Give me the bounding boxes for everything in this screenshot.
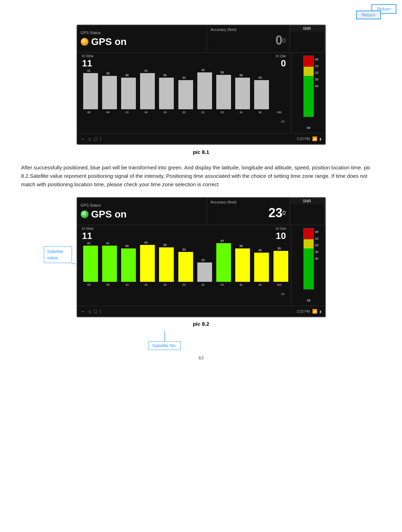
bar-id-label: 19 [163, 283, 166, 286]
bar-value-label: 38 [239, 244, 243, 248]
satellite-globe-pic2 [325, 198, 326, 225]
bar-value-label: 33 [258, 76, 262, 79]
bar-rect [121, 78, 136, 109]
status-time-2: 3:33 PM [297, 310, 310, 313]
snr-label-2: SNR [290, 198, 324, 204]
bar-value-label: 33 [258, 248, 262, 252]
bar-item: 3831 [232, 244, 250, 286]
home-icon-2: ⌂ [88, 309, 91, 314]
gps-status-section: GPS Status GPS on [77, 25, 207, 52]
bar-item: 3919 [156, 243, 174, 286]
bar-rect [197, 72, 212, 109]
status-bar-pic2: ← ⌂ □ ⁝ 3:33 PM 📶 ▮ [77, 306, 325, 317]
bar-rect [216, 75, 231, 109]
snr-column-header: SNR [290, 25, 325, 52]
bar-rect [159, 247, 174, 282]
accuracy-label-2: Accuracy (feet) [211, 200, 286, 204]
in-view-label: In View [82, 54, 94, 58]
menu-icon-2: ⁝ [100, 309, 101, 314]
gps-status-section-2: GPS Status GPS on [77, 198, 207, 225]
bar-id-label: 16 [144, 283, 147, 286]
bar-section-pic2: In View 11 In Use 10 4103410638134216391… [77, 225, 291, 306]
bar-id-label: 32 [258, 111, 262, 114]
accuracy-sub: 0 [283, 38, 286, 44]
snr-bar [303, 56, 314, 117]
pic2-caption-area: pic 8.2 Satellite No. [21, 321, 381, 327]
bar-id-label: 03 [87, 111, 91, 114]
bar-value-label: 41 [106, 241, 110, 245]
bar-id-label: 16 [144, 111, 147, 114]
bar-id-label: 06 [106, 111, 110, 114]
status-icons-left: ← ⌂ □ ⁝ [81, 136, 101, 142]
gps-on-text: GPS on [91, 36, 127, 47]
bar-item: 35193 [270, 247, 288, 286]
status-bar-pic1: ← ⌂ □ ⁝ 3:33 PM 📶 ▮ [77, 134, 325, 144]
satellite-value-annotation: Satellitevalue [44, 246, 72, 265]
snr-99-2: 99 [307, 299, 310, 302]
bar-rect [178, 80, 193, 109]
status-icons-right: 3:33 PM 📶 ▮ [297, 136, 321, 141]
bar-rect [235, 78, 250, 109]
bar-id-label: 21 [202, 111, 205, 114]
bar-value-label: 33 [182, 76, 186, 79]
bars-pic1: 4103380636134116361933204221392336313332… [77, 72, 291, 114]
bar-rect [159, 78, 174, 109]
bar-id-label: 13 [125, 111, 128, 114]
bar-item: 3613 [118, 73, 136, 114]
satellite-no-annotation: Satellite No. [149, 331, 181, 350]
bar-id-label: 31 [239, 111, 243, 114]
bar-value-label: 41 [144, 69, 148, 72]
bar-id-label: 21 [202, 283, 205, 286]
bar-rect [121, 248, 136, 282]
bar-id-label: 13 [125, 283, 128, 286]
accuracy-value: 0 [276, 33, 283, 47]
gps-on-text-2: GPS on [91, 209, 127, 220]
gps-dot-orange [81, 38, 88, 46]
back-icon-2: ← [81, 309, 86, 314]
accuracy-label: Accuracy (feet) [211, 27, 286, 32]
bar-id-label: 31 [239, 283, 243, 286]
bar-item: 2221 [194, 258, 212, 286]
bar-value-label: 41 [87, 69, 91, 72]
bar-value-label: 38 [125, 244, 128, 248]
pic1-caption: pic 8.1 [21, 149, 381, 155]
accuracy-section: Accuracy (feet) 00 [207, 25, 290, 52]
bar-id-label: 20 [183, 111, 186, 114]
bar-item: 4116 [137, 69, 155, 114]
snr-numbers: 0010203040 [315, 56, 318, 89]
bar-rect [140, 245, 155, 282]
bar-rect [254, 80, 269, 109]
bar-rect [83, 73, 98, 109]
bar-item: 3332 [251, 76, 269, 114]
description-text: After successfully positioned, blue part… [21, 163, 381, 189]
status-icons-left-2: ← ⌂ □ ⁝ [81, 309, 101, 314]
bar-id-label: 193 [277, 111, 281, 114]
battery-icon: ▮ [319, 137, 322, 141]
snr-column-header-2: SNR [290, 198, 325, 225]
recent-apps-icon-2: □ [94, 309, 97, 314]
in-use-label: In Use [276, 54, 286, 58]
bar-value-label: 39 [220, 71, 224, 74]
bar-item: 4103 [80, 241, 98, 286]
bar-00-label-pic2: 00 [281, 292, 284, 296]
satellite-no-label: Satellite No. [149, 341, 181, 350]
home-icon: ⌂ [88, 136, 91, 142]
bar-value-label: 22 [201, 258, 205, 262]
in-use-label-2: In Use [276, 227, 286, 231]
bar-rect [197, 262, 212, 282]
bar-item: 4106 [99, 241, 117, 286]
bars-pic2: 4103410638134216391934202221442338313332… [77, 244, 291, 286]
bar-item: 3813 [118, 244, 136, 286]
bar-item: 3923 [213, 71, 231, 114]
return-button[interactable]: Return [356, 11, 381, 19]
bar-00-label-pic1: 00 [281, 120, 284, 123]
in-use-num-2: 10 [276, 231, 286, 241]
menu-icon: ⁝ [100, 136, 101, 142]
bar-value-label: 36 [239, 73, 243, 77]
bar-value-label: 39 [163, 243, 167, 247]
bar-rect [140, 73, 155, 109]
status-icons-right-2: 3:33 PM 📶 ▮ [297, 309, 321, 314]
in-use-num: 0 [276, 58, 286, 69]
bar-value-label: 38 [106, 72, 110, 75]
annotation-arrow-up [158, 331, 172, 341]
